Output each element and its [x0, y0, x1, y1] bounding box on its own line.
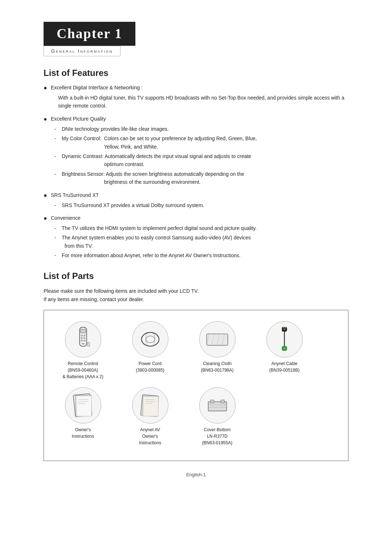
sub-text: For more information about Anynet, refer… — [62, 251, 348, 259]
svg-rect-24 — [285, 327, 286, 328]
parts-intro-line1: Please make sure the following items are… — [44, 287, 348, 295]
parts-title: List of Parts — [44, 271, 348, 281]
part-icon-manual — [65, 387, 101, 424]
svg-rect-9 — [87, 343, 90, 347]
chapter-title: Chapter 1 — [57, 26, 122, 41]
svg-point-22 — [283, 347, 286, 350]
svg-point-11 — [142, 332, 159, 346]
svg-rect-39 — [221, 400, 224, 403]
sub-text: Brightness Sensor: Adjusts the screen br… — [62, 170, 348, 186]
parts-intro: Please make sure the following items are… — [44, 287, 348, 303]
sub-text: My Color Control: Colors can be set to y… — [62, 134, 348, 151]
part-item-cable: Anynet Cable(BN39-00518B) — [253, 321, 316, 380]
sub-text: The TV utilizes the HDMI system to imple… — [62, 224, 348, 232]
part-label-cloth: Cleaning Cloth(BN63-001798A) — [201, 360, 233, 373]
part-item-manual: Owner'sInstructions — [51, 387, 115, 446]
part-icon-remote — [65, 321, 101, 357]
chapter-title-box: Chapter 1 — [44, 22, 135, 46]
bullet-icon: ● — [44, 115, 47, 123]
footer: English-1 — [44, 472, 348, 477]
parts-intro-line2: If any items are missing, contact your d… — [44, 295, 348, 303]
list-item: ● SRS TruSurround XT -SRS TruSurround XT… — [44, 191, 348, 209]
part-label-remote: Remote Control(BN59-00460A)& Batteries (… — [62, 360, 103, 380]
part-icon-powercord — [132, 321, 168, 357]
cable-icon — [275, 327, 294, 352]
parts-box: Remote Control(BN59-00460A)& Batteries (… — [44, 310, 348, 461]
footer-text: English-1 — [186, 472, 206, 477]
svg-point-2 — [81, 335, 82, 336]
part-label-manual: Owner'sInstructions — [72, 426, 94, 440]
bullet-icon: ● — [44, 191, 47, 199]
list-item: ● Excellent Picture Quality -DNIe techno… — [44, 115, 348, 186]
svg-rect-8 — [81, 343, 85, 345]
svg-point-4 — [81, 337, 82, 339]
svg-rect-10 — [88, 342, 89, 343]
feature-main: SRS TruSurround XT — [51, 192, 99, 198]
part-label-stand: Cover-BottomLN-R377D(BN63-01955A) — [202, 426, 232, 446]
part-item-cloth: Cleaning Cloth(BN63-001798A) — [185, 321, 249, 380]
svg-point-20 — [283, 328, 286, 331]
feature-sub: -SRS TruSurround XT provides a virtual D… — [51, 201, 348, 209]
part-item-stand: Cover-BottomLN-R377D(BN63-01955A) — [185, 387, 249, 446]
stand-icon — [203, 396, 232, 416]
parts-row-1: Remote Control(BN59-00460A)& Batteries (… — [51, 321, 341, 380]
svg-point-7 — [83, 340, 85, 341]
part-icon-cable — [266, 321, 303, 357]
svg-point-6 — [81, 340, 82, 341]
list-item: ● Excellent Digital Interface & Networki… — [44, 84, 348, 110]
bullet-icon: ● — [44, 84, 47, 92]
svg-rect-1 — [81, 329, 86, 333]
part-icon-manual2 — [132, 387, 168, 424]
svg-point-3 — [83, 335, 85, 336]
chapter-subtitle-box: General Information — [44, 46, 121, 56]
bullet-icon: ● — [44, 214, 47, 222]
manual2-icon — [138, 393, 162, 418]
sub-text: SRS TruSurround XT provides a virtual Do… — [62, 201, 348, 209]
part-label-cable: Anynet Cable(BN39-00518B) — [269, 360, 299, 373]
svg-rect-38 — [210, 400, 214, 403]
sub-text: DNIe technology provides life-like clear… — [62, 125, 348, 133]
part-icon-stand — [199, 387, 236, 424]
chapter-subtitle: General Information — [51, 48, 113, 54]
part-item-manual2: Anynet AVOwner'sInstructions — [118, 387, 182, 446]
chapter-header: Chapter 1 General Information — [44, 22, 348, 56]
feature-main: Excellent Digital Interface & Networking… — [51, 85, 143, 90]
features-title: List of Features — [44, 68, 348, 78]
svg-point-12 — [146, 336, 155, 343]
feature-sub-intro: With a built-in HD digital tuner, this T… — [58, 94, 348, 110]
sub-text: Dynamic Contrast: Automatically detects … — [62, 152, 348, 169]
feature-sub: -DNIe technology provides life-like clea… — [51, 125, 348, 186]
parts-row-2: Owner'sInstructions Anynet AVOwner'sInst… — [51, 387, 341, 446]
feature-sub: -The TV utilizes the HDMI system to impl… — [51, 224, 348, 260]
sub-text: The Anynet system enables you to easily … — [62, 234, 348, 250]
svg-rect-23 — [283, 327, 284, 328]
features-list: ● Excellent Digital Interface & Networki… — [44, 84, 348, 259]
part-icon-cloth — [199, 321, 236, 357]
part-label-powercord: Power Cord(3903-000085) — [136, 360, 164, 373]
remote-icon — [74, 327, 92, 352]
svg-point-5 — [83, 337, 85, 339]
feature-main: Convenience — [51, 215, 81, 221]
list-item: ● Convenience -The TV utilizes the HDMI … — [44, 214, 348, 260]
part-item-powercord: Power Cord(3903-000085) — [118, 321, 182, 380]
feature-main: Excellent Picture Quality — [51, 116, 106, 122]
part-item-remote: Remote Control(BN59-00460A)& Batteries (… — [51, 321, 115, 380]
manual-icon — [71, 393, 95, 418]
svg-rect-27 — [76, 396, 91, 416]
part-label-manual2: Anynet AVOwner'sInstructions — [139, 426, 161, 446]
cloth-icon — [204, 330, 231, 348]
powercord-icon — [138, 328, 163, 350]
